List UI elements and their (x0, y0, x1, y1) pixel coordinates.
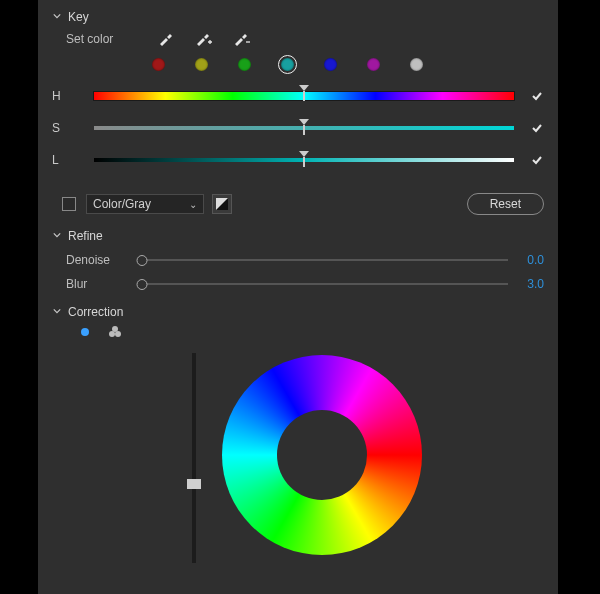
swatch-magenta[interactable] (367, 58, 380, 71)
saturation-check-icon[interactable] (530, 121, 544, 135)
set-color-label: Set color (66, 32, 138, 46)
svg-point-4 (115, 331, 121, 337)
lightness-label: L (52, 153, 94, 167)
three-way-mode-icon[interactable] (108, 325, 122, 339)
denoise-label: Denoise (66, 253, 136, 267)
effects-panel: Key Set color H (38, 0, 558, 594)
saturation-label: S (52, 121, 94, 135)
chevron-down-icon (52, 230, 62, 240)
color-gray-checkbox[interactable] (62, 197, 76, 211)
color-wheel-area (52, 353, 544, 583)
swatch-blue[interactable] (324, 58, 337, 71)
svg-point-2 (112, 326, 118, 332)
hue-label: H (52, 89, 94, 103)
denoise-slider[interactable] (142, 259, 508, 261)
chevron-down-icon: ⌄ (189, 199, 197, 210)
eyedropper-group (156, 30, 250, 48)
svg-point-3 (109, 331, 115, 337)
color-wheel[interactable] (222, 355, 422, 555)
key-color-swatches (152, 58, 544, 71)
color-wheel-center (277, 410, 367, 500)
hue-slider[interactable] (94, 92, 514, 100)
color-gray-dropdown-value: Color/Gray (93, 197, 151, 211)
refine-section-header[interactable]: Refine (52, 229, 544, 243)
key-section-header[interactable]: Key (52, 10, 544, 24)
denoise-value[interactable]: 0.0 (518, 253, 544, 267)
single-color-mode-icon[interactable] (78, 325, 92, 339)
chevron-down-icon (52, 306, 62, 316)
key-section-title: Key (68, 10, 89, 24)
swatch-gray[interactable] (410, 58, 423, 71)
chevron-down-icon (52, 11, 62, 21)
swatch-red[interactable] (152, 58, 165, 71)
hue-check-icon[interactable] (530, 89, 544, 103)
wheel-lightness-slider[interactable] (192, 353, 196, 563)
color-gray-dropdown[interactable]: Color/Gray ⌄ (86, 194, 204, 214)
swatch-yellow[interactable] (195, 58, 208, 71)
lightness-check-icon[interactable] (530, 153, 544, 167)
correction-section-header[interactable]: Correction (52, 305, 544, 319)
refine-section-title: Refine (68, 229, 103, 243)
correction-section-title: Correction (68, 305, 123, 319)
swatch-cyan[interactable] (281, 58, 294, 71)
swatch-green[interactable] (238, 58, 251, 71)
eyedropper-icon[interactable] (156, 30, 174, 48)
blur-label: Blur (66, 277, 136, 291)
lightness-slider[interactable] (94, 158, 514, 162)
reset-button[interactable]: Reset (467, 193, 544, 215)
eyedropper-subtract-icon[interactable] (232, 30, 250, 48)
saturation-slider[interactable] (94, 126, 514, 130)
contrast-swatch-icon[interactable] (212, 194, 232, 214)
svg-point-1 (81, 328, 89, 336)
blur-slider[interactable] (142, 283, 508, 285)
eyedropper-add-icon[interactable] (194, 30, 212, 48)
blur-value[interactable]: 3.0 (518, 277, 544, 291)
